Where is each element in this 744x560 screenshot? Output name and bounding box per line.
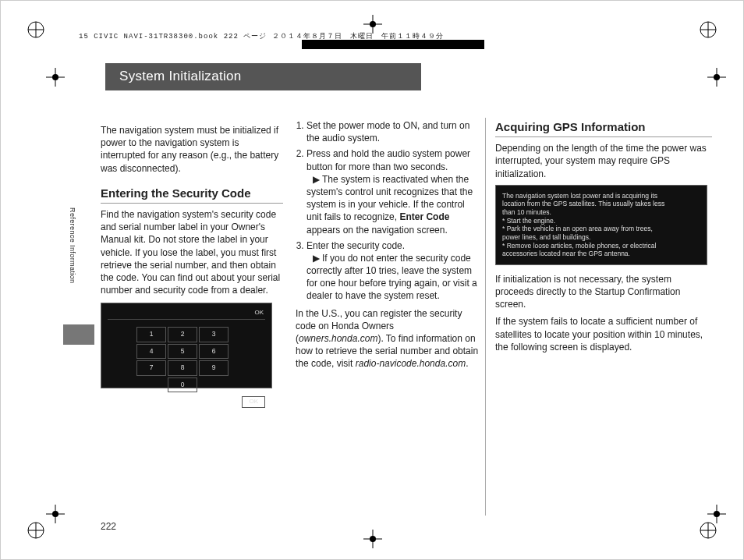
triangle-icon: ▶ (313, 173, 320, 186)
side-tab-marker (63, 324, 94, 345)
crop-target-icon (363, 530, 382, 548)
manual-page: 15 CIVIC NAVI-31TR38300.book 222 ページ ２０１… (0, 0, 744, 560)
page-number: 222 (101, 520, 116, 533)
key-8: 8 (168, 360, 197, 375)
key-5: 5 (168, 344, 197, 359)
gps-p2: If initialization is not necessary, the … (495, 273, 712, 311)
crop-target-icon (46, 505, 65, 523)
crop-target-icon (363, 15, 382, 34)
gps-intro: Depending on the length of the time the … (495, 142, 712, 180)
steps-list: Set the power mode to ON, and turn on th… (296, 119, 479, 303)
key-2: 2 (168, 327, 197, 342)
heading-gps: Acquiring GPS Information (495, 119, 712, 137)
column-1: The navigation system must be initialize… (101, 119, 283, 395)
step-2: Press and hold the audio system power bu… (306, 147, 479, 236)
security-code-text: Find the navigation system's security co… (101, 208, 283, 296)
content-columns: The navigation system must be initialize… (101, 119, 717, 528)
crop-target-icon (707, 68, 726, 87)
keypad-ok-label: OK (254, 309, 264, 317)
column-2: Set the power mode to ON, and turn on th… (296, 119, 479, 375)
step-3: Enter the security code. ▶If you do not … (306, 239, 479, 303)
keypad-grid: 123 456 789 0 (136, 326, 265, 393)
key-7: 7 (136, 360, 166, 375)
intro-text: The navigation system must be initialize… (101, 124, 283, 175)
reg-mark-icon (26, 520, 46, 541)
heading-security-code: Entering the Security Code (101, 186, 283, 204)
reg-mark-icon (26, 19, 46, 40)
key-3: 3 (199, 327, 229, 342)
header-black-bar (302, 40, 484, 49)
column-3: Acquiring GPS Information Depending on t… (495, 119, 712, 358)
keypad-screenshot: OK 123 456 789 0 OK (101, 303, 272, 388)
step-1: Set the power mode to ON, and turn on th… (306, 119, 479, 144)
keypad-ok-button: OK (242, 396, 265, 408)
key-4: 4 (136, 344, 166, 359)
key-1: 1 (136, 327, 166, 342)
triangle-icon: ▶ (313, 252, 320, 264)
key-0: 0 (168, 377, 197, 392)
key-9: 9 (199, 360, 229, 375)
side-tab-label: Reference Information (68, 207, 77, 283)
gps-screenshot: The navigation system lost power and is … (495, 185, 707, 265)
crop-target-icon (46, 68, 65, 87)
page-title: System Initialization (105, 63, 421, 90)
gps-p3: If the system fails to locate a sufficie… (495, 315, 712, 353)
key-6: 6 (199, 344, 229, 359)
us-register-text: In the U.S., you can register the securi… (296, 307, 479, 370)
